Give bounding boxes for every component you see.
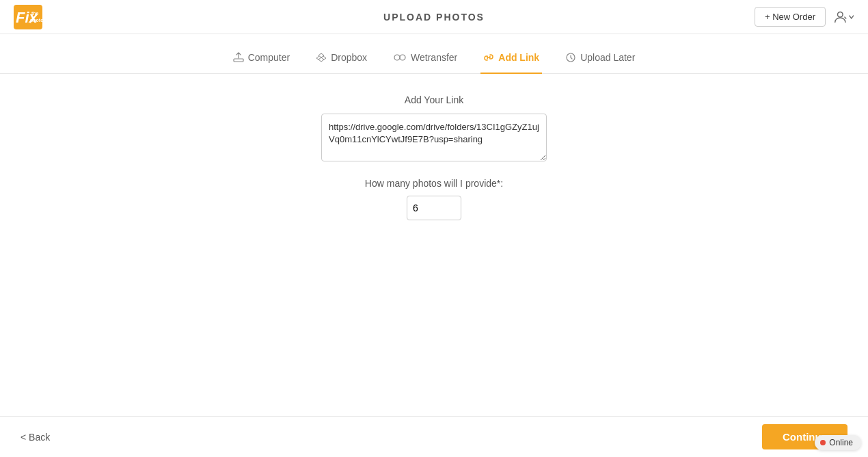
dropbox-icon xyxy=(316,52,327,63)
tab-computer-label: Computer xyxy=(248,52,290,63)
upload-tabs: Computer Dropbox Wetransfer Add Link Upl… xyxy=(0,34,868,74)
tab-upload-later-label: Upload Later xyxy=(580,52,635,63)
new-order-button[interactable]: + New Order xyxy=(755,7,826,27)
svg-text:the: the xyxy=(31,11,39,16)
page-title: UPLOAD PHOTOS xyxy=(383,12,485,23)
logo-icon: Fix the photo xyxy=(14,5,42,29)
online-dot xyxy=(820,440,826,445)
footer: < Back Continue xyxy=(0,416,868,457)
link-input[interactable] xyxy=(321,114,547,161)
svg-point-7 xyxy=(400,55,405,60)
svg-text:photo: photo xyxy=(30,18,42,23)
online-badge: Online xyxy=(815,435,861,450)
link-icon xyxy=(483,52,494,63)
photo-count-input[interactable] xyxy=(407,196,461,220)
tab-upload-later[interactable]: Upload Later xyxy=(562,47,638,74)
svg-point-4 xyxy=(838,12,843,17)
chevron-down-icon xyxy=(848,14,854,21)
tab-add-link-label: Add Link xyxy=(498,52,539,63)
main-content: Add Your Link How many photos will I pro… xyxy=(0,74,868,241)
add-link-label: Add Your Link xyxy=(405,94,463,105)
back-button[interactable]: < Back xyxy=(21,432,50,443)
user-icon xyxy=(832,9,848,25)
online-label: Online xyxy=(829,438,853,447)
clock-icon xyxy=(565,52,576,63)
tab-dropbox[interactable]: Dropbox xyxy=(313,47,370,74)
header: Fix the photo UPLOAD PHOTOS + New Order xyxy=(0,0,868,34)
wetransfer-icon xyxy=(393,52,407,63)
tab-wetransfer-label: Wetransfer xyxy=(411,52,457,63)
svg-point-6 xyxy=(394,55,400,60)
user-menu-button[interactable] xyxy=(832,6,854,28)
tab-add-link[interactable]: Add Link xyxy=(480,47,542,74)
photo-count-section: How many photos will I provide*: xyxy=(365,178,503,220)
tab-dropbox-label: Dropbox xyxy=(331,52,367,63)
tab-wetransfer[interactable]: Wetransfer xyxy=(390,47,460,74)
upload-icon xyxy=(233,52,244,63)
svg-rect-5 xyxy=(234,59,243,62)
header-right: + New Order xyxy=(755,6,854,28)
tab-computer[interactable]: Computer xyxy=(230,47,293,74)
photo-count-label: How many photos will I provide*: xyxy=(365,178,503,189)
logo[interactable]: Fix the photo xyxy=(14,5,44,29)
